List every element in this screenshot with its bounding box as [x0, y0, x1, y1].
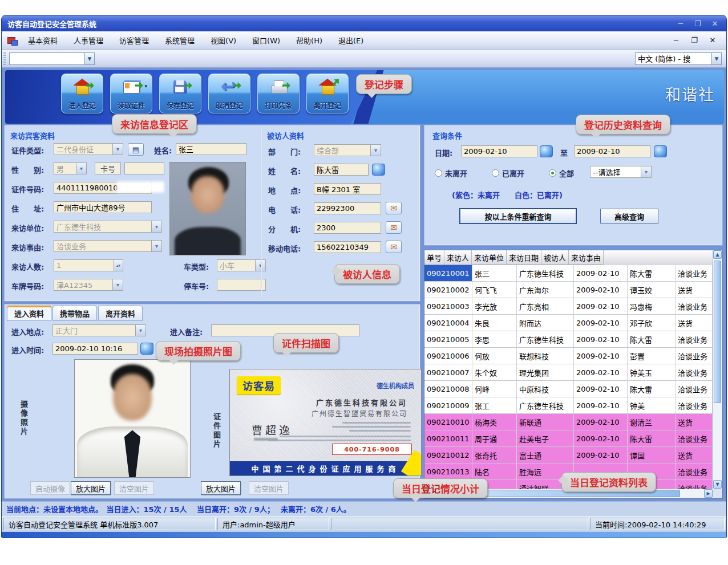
- card-no-input[interactable]: [124, 162, 164, 174]
- column-header[interactable]: 来访单位: [472, 250, 507, 265]
- toolbar-button[interactable]: 保存登记: [159, 74, 201, 113]
- clear-photo-button[interactable]: 清空图片: [114, 481, 154, 495]
- radio-not-left[interactable]: 未离开: [435, 168, 467, 178]
- date-to-input[interactable]: 2009-02-10: [574, 145, 650, 157]
- table-row[interactable]: 090210003 李光放 广东亮相 2009-02-10 冯惠梅 洽谈业务: [424, 298, 713, 315]
- visitor-name-input[interactable]: 张三: [176, 143, 246, 155]
- dept-select[interactable]: 综合部: [314, 144, 381, 156]
- scroll-up-icon[interactable]: ▲: [713, 250, 722, 259]
- cert-no-label: 证件号码:: [11, 184, 44, 194]
- menu-item[interactable]: 基本资料: [21, 33, 64, 47]
- table-row[interactable]: 090210007 朱个奴 理光集团 2009-02-10 钟美玉 洽谈业务: [424, 364, 713, 381]
- callout-id-scan: 证件扫描图: [273, 333, 339, 353]
- mdi-restore-icon[interactable]: ❐: [689, 36, 700, 44]
- date-picker-icon[interactable]: [140, 343, 153, 355]
- vehicle-type-select[interactable]: 小车: [217, 259, 266, 271]
- cert-type-select[interactable]: 二代身份证: [54, 143, 123, 155]
- table-row[interactable]: 090210004 朱良 附而达 2009-02-10 邓子欣 送货: [424, 315, 713, 331]
- table-row[interactable]: 090210008 何峰 中原科技 2009-02-10 陈大雷 洽谈业务: [424, 381, 713, 397]
- table-row[interactable]: 090210001 张三 广东德生科技 2009-02-10 陈大雷 洽谈业务: [424, 265, 713, 282]
- column-header[interactable]: 来访日期: [507, 250, 541, 265]
- date-picker-icon[interactable]: [540, 145, 553, 157]
- search-icon[interactable]: [372, 164, 385, 176]
- toolbar-grip[interactable]: [3, 52, 6, 65]
- ext-input[interactable]: 2300: [314, 222, 381, 234]
- sms-notify-icon[interactable]: ✉: [386, 221, 402, 234]
- table-row[interactable]: 090210006 何放 联想科技 2009-02-10 彭置 洽谈业务: [424, 348, 713, 364]
- date-from-input[interactable]: 2009-02-10: [461, 145, 537, 157]
- location-input[interactable]: B幢 2301 室: [314, 183, 381, 195]
- language-select[interactable]: 中文 (简体) - 搜 ▼: [635, 52, 722, 65]
- mdi-minimize-icon[interactable]: ─: [670, 36, 682, 44]
- column-header[interactable]: 被访人: [541, 250, 569, 265]
- entry-location-select[interactable]: 正大门: [52, 324, 146, 336]
- to-label: 至: [560, 147, 568, 158]
- table-row[interactable]: 090210005 李思 广东德生科技 2009-02-10 陈大雷 洽谈业务: [424, 331, 713, 348]
- menu-item[interactable]: 帮助(H): [289, 33, 329, 47]
- callout-visit-area: 来访信息登记区: [112, 114, 197, 134]
- phone-input[interactable]: 22992300: [314, 202, 381, 214]
- chevron-down-icon[interactable]: ▼: [84, 53, 94, 64]
- visit-reason-select[interactable]: 洽谈业务: [54, 240, 162, 252]
- zoom-scan-button[interactable]: 放大图片: [201, 481, 241, 495]
- mobile-input[interactable]: 15602210349: [314, 241, 381, 253]
- radio-left[interactable]: 已离开: [492, 168, 524, 178]
- scroll-down-icon[interactable]: ▼: [713, 480, 722, 489]
- address-input[interactable]: 广州市中山大道89号: [54, 201, 152, 213]
- tab[interactable]: 携带物品: [52, 306, 97, 321]
- sms-notify-icon[interactable]: ✉: [386, 202, 402, 214]
- visit-unit-select[interactable]: 广东德生科技: [54, 221, 162, 233]
- close-icon[interactable]: ✕: [709, 19, 721, 28]
- tab[interactable]: 离开资料: [98, 306, 143, 321]
- column-header[interactable]: 来访人: [444, 250, 472, 265]
- radio-all[interactable]: 全部: [549, 168, 574, 178]
- mdi-close-icon[interactable]: ✕: [707, 36, 718, 44]
- clear-scan-button[interactable]: 清空图片: [249, 481, 289, 495]
- table-row[interactable]: 090210012 张奇托 富士通 2009-02-10 谭国 送货: [424, 447, 713, 464]
- requery-button[interactable]: 按以上条件重新查询: [460, 209, 576, 223]
- column-header[interactable]: 单号: [424, 250, 444, 265]
- chevron-down-icon[interactable]: ▼: [711, 53, 721, 64]
- scroll-right-icon[interactable]: ▶: [704, 489, 713, 498]
- card-reader-icon[interactable]: ▤: [128, 143, 144, 156]
- gender-select[interactable]: 男: [54, 162, 87, 174]
- phone-label: 电 话:: [268, 204, 301, 215]
- sms-notify-icon[interactable]: ✉: [386, 241, 402, 253]
- menu-item[interactable]: 人事管理: [67, 33, 110, 47]
- table-row[interactable]: 090210009 张工 广东德生科技 2009-02-10 钟美 洽谈业务: [424, 397, 713, 414]
- visitor-name-label: 姓名:: [154, 145, 172, 156]
- restore-icon[interactable]: ❐: [692, 19, 703, 28]
- entry-time-input[interactable]: 2009-02-10 10:16: [52, 343, 138, 355]
- table-row[interactable]: 090210011 周于通 赴美电子 2009-02-10 陈大雷 洽谈业务: [424, 430, 713, 447]
- table-row[interactable]: 090210010 杨海类 新联通 2009-02-10 谢清兰 送货: [424, 414, 713, 430]
- toolbar-button[interactable]: 离开登记: [306, 74, 349, 113]
- scrollbar-thumb[interactable]: [714, 261, 721, 403]
- toolbar-button[interactable]: 取消登记: [208, 74, 250, 113]
- menu-item[interactable]: 视图(V): [204, 33, 243, 47]
- quick-combobox[interactable]: ▼: [9, 52, 95, 65]
- zoom-photo-button[interactable]: 放大图片: [71, 481, 111, 495]
- plate-select[interactable]: 津A12345: [54, 279, 123, 291]
- visitor-count-stepper[interactable]: 1: [54, 259, 123, 271]
- tab[interactable]: 进入资料: [7, 306, 51, 321]
- toolbar-button[interactable]: ▾ 读取证件: [110, 74, 152, 113]
- visitor-easy-logo: 访客易: [237, 376, 281, 395]
- toolbar-button[interactable]: 打印凭条: [257, 74, 300, 113]
- advanced-query-button[interactable]: 高级查询: [600, 209, 658, 223]
- table-row[interactable]: 090210002 何飞飞 广东海尔 2009-02-10 谭玉姣 送货: [424, 282, 713, 298]
- entry-note-label: 进入备注:: [170, 326, 203, 337]
- date-picker-icon[interactable]: [654, 145, 667, 157]
- menu-item[interactable]: 系统管理: [158, 33, 201, 47]
- status-app-version: 访客自动登记安全管理系统 单机标准版3.007: [3, 518, 216, 530]
- vertical-scrollbar[interactable]: ▲ ▼: [713, 250, 722, 489]
- toolbar-button[interactable]: 进入登记: [61, 74, 103, 113]
- column-header[interactable]: 来访事由: [569, 250, 604, 265]
- minimize-icon[interactable]: ─: [675, 19, 686, 28]
- menu-item[interactable]: 窗口(W): [245, 33, 287, 47]
- query-select[interactable]: --请选择: [590, 166, 652, 178]
- menu-item[interactable]: 访客管理: [112, 33, 156, 47]
- parking-input[interactable]: [217, 279, 266, 291]
- menu-item[interactable]: 退出(E): [331, 33, 370, 47]
- start-camera-button[interactable]: 启动摄像: [30, 481, 70, 495]
- visited-name-input[interactable]: 陈大雷: [314, 164, 369, 176]
